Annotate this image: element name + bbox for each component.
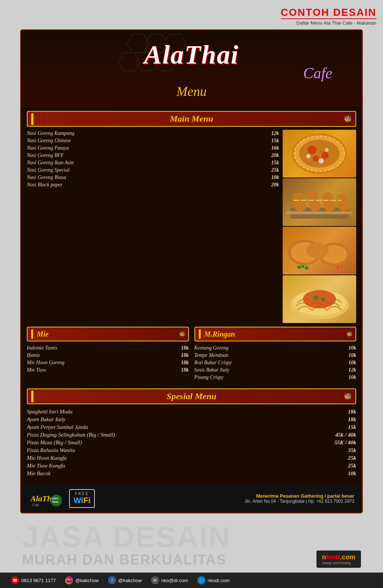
menu-label: Menu: [29, 84, 354, 99]
main-menu-bar: Main Menu 🐝: [27, 111, 356, 127]
bottom-bar: ☎ 0813 9671 1177 📷 @kakchow f @kakchow ✉…: [0, 573, 383, 588]
watermark-divider: [281, 18, 376, 19]
food-image-pasta: [283, 275, 356, 323]
food-image-sausage: [283, 178, 356, 226]
special-menu-item: Mie Tiaw Kungfu25k: [27, 462, 356, 470]
instagram-contact: 📷 @kakchow: [65, 576, 99, 584]
main-menu-item: Nasi Goreng BFF20k: [27, 152, 279, 159]
special-menu-item: Pizza Daging Selingkuhan (Big / Small)45…: [27, 431, 356, 439]
mie-list: Indomie Tumis18kIfumie18kMie Hoon Goreng…: [27, 344, 189, 374]
item-price: 18k: [348, 409, 357, 415]
card-footer: AlaThai Cafe 100% Halal FREE WiFi Meneri…: [21, 485, 362, 512]
item-price: 55K / 40k: [334, 440, 356, 446]
svg-point-29: [301, 265, 304, 268]
item-price: 15k: [348, 424, 357, 430]
phone-icon: ☎: [11, 576, 19, 584]
item-price: 20k: [271, 153, 279, 158]
svg-point-37: [321, 297, 325, 301]
mie-bee-icon: 🐝: [179, 331, 185, 337]
special-menu-item: Mie Bacok10k: [27, 470, 356, 477]
gold-accent: [31, 113, 33, 125]
svg-point-14: [319, 158, 324, 164]
gathering-text: Menerima Pesanan Gathering / partai besa…: [102, 493, 354, 499]
address-text: Jln. Arteri No 04 - Tanjungbalai | Hp. +…: [102, 499, 354, 504]
special-menu-item: Pizza Moza (Big / Small)55K / 40k: [27, 439, 356, 447]
item-price: 18k: [181, 360, 189, 366]
item-price: 25k: [271, 167, 279, 173]
ringan-bee-icon: 🐝: [346, 331, 352, 337]
footer-wifi: FREE WiFi: [69, 489, 95, 508]
main-menu-content: Nasi Goreng Kampung12kNasi Goreng Chines…: [21, 130, 362, 327]
mie-gold-accent: [31, 329, 33, 339]
item-price: 18k: [181, 352, 189, 358]
email-address: nko@dr.com: [161, 578, 188, 583]
menu-card: AlaThai Cafe Menu Main Menu 🐝 Nasi Goren…: [20, 29, 363, 513]
main-menu-item: Nasi Goreng Special25k: [27, 166, 279, 174]
card-header: AlaThai Cafe Menu: [21, 31, 362, 107]
phone-contact: ☎ 0813 9671 1177: [11, 576, 56, 584]
nkodr-tagline: Design and Printing: [322, 561, 355, 565]
special-menu-item: Ayam Penyet Sambal Janda15k: [27, 423, 356, 431]
main-menu-item: Nasi Goreng Chinese15k: [27, 137, 279, 144]
facebook-icon: f: [108, 576, 116, 584]
item-name: Mie Hoon Kungfu: [27, 455, 67, 461]
footer-info: Menerima Pesanan Gathering / partai besa…: [102, 493, 354, 504]
svg-text:Halal: Halal: [52, 501, 58, 503]
ringan-menu-item: Kentang Goreng10k: [194, 344, 357, 352]
watermark-title: CONTOH DESAIN: [281, 7, 376, 18]
svg-point-13: [325, 148, 329, 152]
svg-rect-22: [286, 211, 352, 214]
mie-menu-item: Mie Hoon Goreng18k: [27, 359, 189, 366]
item-name: Nasi Goreng Kampung: [27, 130, 74, 136]
item-price: 15k: [271, 138, 279, 144]
svg-point-11: [313, 155, 319, 161]
item-name: Ayam Bakar Italy: [27, 416, 65, 423]
item-price: 18k: [348, 416, 357, 423]
item-price: 18k: [181, 345, 189, 351]
special-gold-accent: [31, 391, 33, 402]
mie-menu-item: Mie Tiaw18k: [27, 366, 189, 374]
mie-title: Mie: [37, 330, 49, 338]
item-name: Nasi Black paper: [27, 182, 62, 188]
item-price: 20k: [271, 182, 279, 188]
item-name: Mie Tiaw Kungfu: [27, 463, 65, 469]
item-name: Ayam Penyet Sambal Janda: [27, 424, 88, 430]
food-image-chicken: [283, 227, 356, 275]
ringan-section-bar: M.Ringan 🐝: [194, 327, 357, 341]
website-url: nkodr.com: [208, 578, 230, 583]
item-name: Kentang Goreng: [194, 345, 229, 351]
item-price: 10k: [348, 345, 356, 351]
murah-subtitle: MURAH DAN BERKUALITAS: [22, 552, 361, 568]
item-name: Ifumie: [27, 352, 40, 358]
wifi-free-label: FREE: [74, 492, 90, 496]
item-name: Pisang Crispy: [194, 374, 224, 380]
item-price: 25k: [348, 455, 357, 461]
website-contact: 🌐 nkodr.com: [197, 576, 230, 584]
svg-point-35: [303, 290, 336, 308]
svg-point-28: [297, 265, 301, 269]
ringan-section: M.Ringan 🐝 Kentang Goreng10kTempe Mendoa…: [194, 327, 357, 381]
mie-menu-item: Indomie Tumis18k: [27, 344, 189, 352]
special-menu-bar: Spesial Menu 🐝: [27, 388, 356, 404]
item-price: 10k: [348, 374, 356, 380]
svg-point-31: [336, 266, 339, 269]
item-name: Nasi Goreng Ikan Asin: [27, 160, 74, 166]
svg-text:100%: 100%: [52, 497, 59, 500]
wifi-label: WiFi: [74, 496, 90, 505]
item-name: Pizza Moza (Big / Small): [27, 440, 82, 446]
main-menu-list: Nasi Goreng Kampung12kNasi Goreng Chines…: [27, 130, 283, 323]
email-icon: ✉: [151, 576, 159, 584]
bee-icon: 🐝: [344, 115, 352, 123]
main-menu-item: Nasi Goreng Pataya16k: [27, 144, 279, 152]
svg-point-32: [340, 265, 343, 267]
svg-point-30: [305, 266, 308, 270]
item-name: Mie Hoon Goreng: [27, 360, 64, 366]
item-price: 18k: [181, 367, 189, 373]
mie-section: Mie 🐝 Indomie Tumis18kIfumie18kMie Hoon …: [27, 327, 189, 381]
item-price: 10k: [348, 470, 357, 477]
special-bee-icon: 🐝: [344, 392, 352, 401]
special-list: Spaghetti Istri Muda18kAyam Bakar Italy1…: [27, 408, 356, 477]
svg-point-10: [321, 152, 329, 159]
watermark-subtitle: Daftar Menu Ala Thai Cafe - Makanan: [281, 20, 376, 26]
special-menu-item: Spaghetti Istri Muda18k: [27, 408, 356, 416]
